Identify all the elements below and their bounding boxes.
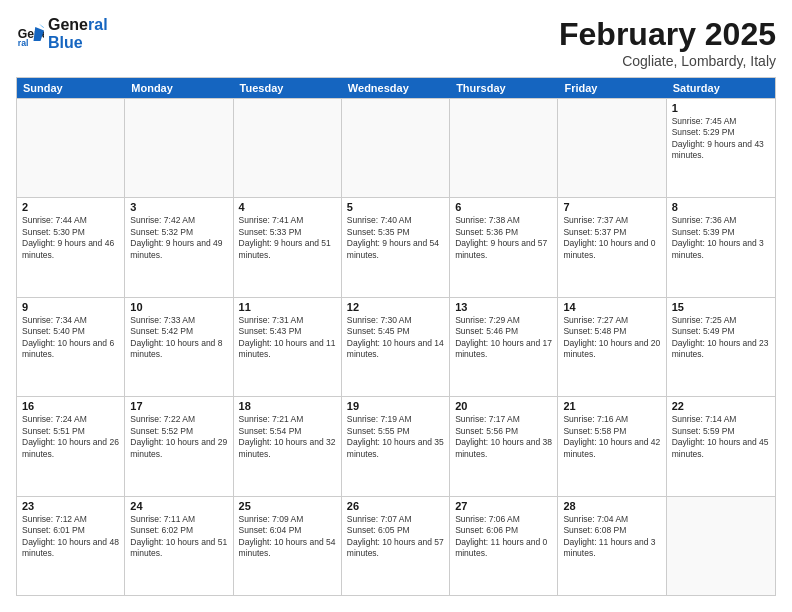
day-number: 19: [347, 400, 444, 412]
calendar-cell: 18Sunrise: 7:21 AM Sunset: 5:54 PM Dayli…: [234, 397, 342, 495]
calendar-cell: 17Sunrise: 7:22 AM Sunset: 5:52 PM Dayli…: [125, 397, 233, 495]
calendar-cell: 13Sunrise: 7:29 AM Sunset: 5:46 PM Dayli…: [450, 298, 558, 396]
calendar-cell: 9Sunrise: 7:34 AM Sunset: 5:40 PM Daylig…: [17, 298, 125, 396]
day-number: 22: [672, 400, 770, 412]
calendar-cell: 15Sunrise: 7:25 AM Sunset: 5:49 PM Dayli…: [667, 298, 775, 396]
day-number: 16: [22, 400, 119, 412]
day-number: 2: [22, 201, 119, 213]
day-number: 10: [130, 301, 227, 313]
day-info: Sunrise: 7:12 AM Sunset: 6:01 PM Dayligh…: [22, 514, 119, 560]
day-info: Sunrise: 7:40 AM Sunset: 5:35 PM Dayligh…: [347, 215, 444, 261]
day-info: Sunrise: 7:34 AM Sunset: 5:40 PM Dayligh…: [22, 315, 119, 361]
calendar-cell: 19Sunrise: 7:19 AM Sunset: 5:55 PM Dayli…: [342, 397, 450, 495]
header-thursday: Thursday: [450, 78, 558, 98]
day-number: 25: [239, 500, 336, 512]
calendar-week-1: 1Sunrise: 7:45 AM Sunset: 5:29 PM Daylig…: [17, 98, 775, 197]
day-info: Sunrise: 7:45 AM Sunset: 5:29 PM Dayligh…: [672, 116, 770, 162]
calendar-cell: 21Sunrise: 7:16 AM Sunset: 5:58 PM Dayli…: [558, 397, 666, 495]
day-info: Sunrise: 7:06 AM Sunset: 6:06 PM Dayligh…: [455, 514, 552, 560]
calendar-cell: [234, 99, 342, 197]
calendar-cell: 11Sunrise: 7:31 AM Sunset: 5:43 PM Dayli…: [234, 298, 342, 396]
calendar-cell: 3Sunrise: 7:42 AM Sunset: 5:32 PM Daylig…: [125, 198, 233, 296]
day-number: 11: [239, 301, 336, 313]
day-info: Sunrise: 7:42 AM Sunset: 5:32 PM Dayligh…: [130, 215, 227, 261]
header-wednesday: Wednesday: [342, 78, 450, 98]
day-info: Sunrise: 7:19 AM Sunset: 5:55 PM Dayligh…: [347, 414, 444, 460]
day-info: Sunrise: 7:33 AM Sunset: 5:42 PM Dayligh…: [130, 315, 227, 361]
day-number: 28: [563, 500, 660, 512]
day-number: 17: [130, 400, 227, 412]
day-number: 4: [239, 201, 336, 213]
calendar-cell: 1Sunrise: 7:45 AM Sunset: 5:29 PM Daylig…: [667, 99, 775, 197]
day-info: Sunrise: 7:21 AM Sunset: 5:54 PM Dayligh…: [239, 414, 336, 460]
day-info: Sunrise: 7:07 AM Sunset: 6:05 PM Dayligh…: [347, 514, 444, 560]
day-info: Sunrise: 7:27 AM Sunset: 5:48 PM Dayligh…: [563, 315, 660, 361]
month-title: February 2025: [559, 16, 776, 53]
day-number: 3: [130, 201, 227, 213]
calendar-cell: 7Sunrise: 7:37 AM Sunset: 5:37 PM Daylig…: [558, 198, 666, 296]
day-info: Sunrise: 7:41 AM Sunset: 5:33 PM Dayligh…: [239, 215, 336, 261]
header-friday: Friday: [558, 78, 666, 98]
day-info: Sunrise: 7:09 AM Sunset: 6:04 PM Dayligh…: [239, 514, 336, 560]
calendar-cell: 26Sunrise: 7:07 AM Sunset: 6:05 PM Dayli…: [342, 497, 450, 595]
day-number: 7: [563, 201, 660, 213]
logo: Gene ral General Blue: [16, 16, 108, 51]
day-number: 27: [455, 500, 552, 512]
day-number: 18: [239, 400, 336, 412]
calendar-cell: 27Sunrise: 7:06 AM Sunset: 6:06 PM Dayli…: [450, 497, 558, 595]
day-info: Sunrise: 7:11 AM Sunset: 6:02 PM Dayligh…: [130, 514, 227, 560]
calendar-week-5: 23Sunrise: 7:12 AM Sunset: 6:01 PM Dayli…: [17, 496, 775, 595]
day-info: Sunrise: 7:36 AM Sunset: 5:39 PM Dayligh…: [672, 215, 770, 261]
calendar: Sunday Monday Tuesday Wednesday Thursday…: [16, 77, 776, 596]
calendar-cell: 14Sunrise: 7:27 AM Sunset: 5:48 PM Dayli…: [558, 298, 666, 396]
calendar-header: Sunday Monday Tuesday Wednesday Thursday…: [17, 78, 775, 98]
day-number: 21: [563, 400, 660, 412]
day-info: Sunrise: 7:37 AM Sunset: 5:37 PM Dayligh…: [563, 215, 660, 261]
day-info: Sunrise: 7:04 AM Sunset: 6:08 PM Dayligh…: [563, 514, 660, 560]
calendar-cell: 25Sunrise: 7:09 AM Sunset: 6:04 PM Dayli…: [234, 497, 342, 595]
calendar-cell: 12Sunrise: 7:30 AM Sunset: 5:45 PM Dayli…: [342, 298, 450, 396]
day-info: Sunrise: 7:24 AM Sunset: 5:51 PM Dayligh…: [22, 414, 119, 460]
calendar-body: 1Sunrise: 7:45 AM Sunset: 5:29 PM Daylig…: [17, 98, 775, 595]
day-number: 8: [672, 201, 770, 213]
day-info: Sunrise: 7:38 AM Sunset: 5:36 PM Dayligh…: [455, 215, 552, 261]
calendar-cell: 24Sunrise: 7:11 AM Sunset: 6:02 PM Dayli…: [125, 497, 233, 595]
header: Gene ral General Blue February 2025 Cogl…: [16, 16, 776, 69]
page: Gene ral General Blue February 2025 Cogl…: [0, 0, 792, 612]
calendar-cell: 23Sunrise: 7:12 AM Sunset: 6:01 PM Dayli…: [17, 497, 125, 595]
header-monday: Monday: [125, 78, 233, 98]
calendar-cell: [342, 99, 450, 197]
day-info: Sunrise: 7:29 AM Sunset: 5:46 PM Dayligh…: [455, 315, 552, 361]
calendar-week-4: 16Sunrise: 7:24 AM Sunset: 5:51 PM Dayli…: [17, 396, 775, 495]
day-number: 1: [672, 102, 770, 114]
day-info: Sunrise: 7:14 AM Sunset: 5:59 PM Dayligh…: [672, 414, 770, 460]
day-number: 24: [130, 500, 227, 512]
calendar-cell: 5Sunrise: 7:40 AM Sunset: 5:35 PM Daylig…: [342, 198, 450, 296]
day-number: 14: [563, 301, 660, 313]
calendar-cell: [17, 99, 125, 197]
day-number: 15: [672, 301, 770, 313]
calendar-cell: 10Sunrise: 7:33 AM Sunset: 5:42 PM Dayli…: [125, 298, 233, 396]
day-info: Sunrise: 7:31 AM Sunset: 5:43 PM Dayligh…: [239, 315, 336, 361]
day-info: Sunrise: 7:22 AM Sunset: 5:52 PM Dayligh…: [130, 414, 227, 460]
day-number: 12: [347, 301, 444, 313]
day-info: Sunrise: 7:30 AM Sunset: 5:45 PM Dayligh…: [347, 315, 444, 361]
day-number: 26: [347, 500, 444, 512]
day-number: 5: [347, 201, 444, 213]
calendar-cell: [667, 497, 775, 595]
calendar-week-3: 9Sunrise: 7:34 AM Sunset: 5:40 PM Daylig…: [17, 297, 775, 396]
calendar-cell: 16Sunrise: 7:24 AM Sunset: 5:51 PM Dayli…: [17, 397, 125, 495]
day-number: 6: [455, 201, 552, 213]
day-info: Sunrise: 7:17 AM Sunset: 5:56 PM Dayligh…: [455, 414, 552, 460]
calendar-cell: 4Sunrise: 7:41 AM Sunset: 5:33 PM Daylig…: [234, 198, 342, 296]
svg-text:ral: ral: [18, 38, 29, 48]
calendar-cell: 28Sunrise: 7:04 AM Sunset: 6:08 PM Dayli…: [558, 497, 666, 595]
day-info: Sunrise: 7:44 AM Sunset: 5:30 PM Dayligh…: [22, 215, 119, 261]
day-number: 23: [22, 500, 119, 512]
calendar-cell: 8Sunrise: 7:36 AM Sunset: 5:39 PM Daylig…: [667, 198, 775, 296]
calendar-cell: [450, 99, 558, 197]
calendar-week-2: 2Sunrise: 7:44 AM Sunset: 5:30 PM Daylig…: [17, 197, 775, 296]
day-info: Sunrise: 7:25 AM Sunset: 5:49 PM Dayligh…: [672, 315, 770, 361]
calendar-cell: [125, 99, 233, 197]
location: Cogliate, Lombardy, Italy: [559, 53, 776, 69]
